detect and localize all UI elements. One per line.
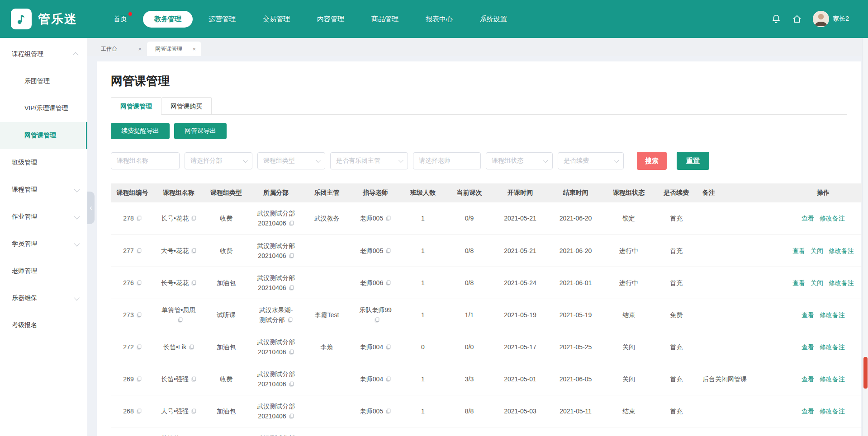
copy-icon[interactable] [189,215,196,222]
copy-icon[interactable] [134,279,142,286]
edit-remark-link[interactable]: 修改备注 [820,215,845,222]
edit-remark-link[interactable]: 修改备注 [820,375,845,383]
copy-icon[interactable] [189,279,196,286]
window-tab-网管课管理[interactable]: 网管课管理× [147,42,201,56]
copy-icon[interactable] [134,215,142,222]
copy-icon[interactable] [383,279,391,286]
copy-icon[interactable] [383,408,391,415]
copy-icon[interactable] [286,284,294,291]
filter-select-是否续费[interactable]: 是否续费 [558,152,624,169]
edit-remark-link[interactable]: 修改备注 [820,311,845,319]
copy-icon[interactable] [383,215,391,222]
close-link[interactable]: 关闭 [811,247,823,254]
copy-icon[interactable] [134,247,142,254]
copy-icon[interactable] [186,343,194,351]
copy-icon[interactable] [134,311,142,319]
view-link[interactable]: 查看 [792,279,805,286]
sidebar-item-班级管理[interactable]: 班级管理 [0,149,87,176]
copy-icon[interactable] [286,413,294,420]
view-link[interactable]: 查看 [802,311,814,319]
sidebar-item-网管课管理[interactable]: 网管课管理 [0,122,87,149]
nav-item-首页[interactable]: 首页 [102,11,138,28]
view-link[interactable]: 查看 [802,343,814,351]
cell-end-date: 2021-06-05 [547,363,604,395]
vertical-scrollbar[interactable] [862,38,868,436]
copy-icon[interactable] [286,220,294,227]
copy-icon[interactable] [285,316,293,323]
close-icon[interactable]: × [138,46,142,52]
copy-icon[interactable] [189,375,196,383]
sidebar-item-学员管理[interactable]: 学员管理 [0,230,87,258]
edit-remark-link[interactable]: 修改备注 [829,279,854,286]
copy-icon[interactable] [189,408,196,415]
sidebar-item-乐器维保[interactable]: 乐器维保 [0,285,87,312]
filter-select-请选择分部[interactable]: 请选择分部 [185,152,252,169]
copy-icon[interactable] [134,408,142,415]
copy-icon[interactable] [189,247,196,254]
copy-icon[interactable] [134,343,142,351]
filter-select-课程组类型[interactable]: 课程组类型 [257,152,325,169]
filter-select-课程组状态[interactable]: 课程组状态 [486,152,553,169]
sidebar-collapse-handle[interactable]: ‹ [87,192,95,224]
teacher-name: 老师004 [352,342,398,352]
tab-网管课管理[interactable]: 网管课管理 [111,97,161,115]
nav-item-内容管理[interactable]: 内容管理 [306,11,356,28]
nav-item-教务管理[interactable]: 教务管理 [143,11,193,28]
copy-icon[interactable] [383,343,391,351]
nav-item-报表中心[interactable]: 报表中心 [414,11,464,28]
cell-group-name: 大号•强强 [154,395,204,427]
nav-item-运营管理[interactable]: 运营管理 [197,11,247,28]
copy-icon[interactable] [286,252,294,259]
cell-remark [699,331,780,363]
sidebar-item-课程组管理[interactable]: 课程组管理 [0,41,87,68]
close-icon[interactable]: × [192,46,196,52]
nav-item-系统设置[interactable]: 系统设置 [469,11,518,28]
close-link[interactable]: 关闭 [811,279,823,286]
sidebar-item-老师管理[interactable]: 老师管理 [0,258,87,285]
tab-网管课购买[interactable]: 网管课购买 [161,97,212,115]
main-area: 课程组管理乐团管理VIP/乐理课管理网管课管理班级管理课程管理作业管理学员管理老… [0,38,868,436]
copy-icon[interactable] [286,348,294,356]
user-menu[interactable]: 家长2 [813,11,849,27]
cell-remark [699,395,780,427]
filter-input-课程组名称[interactable]: 课程组名称 [111,152,180,169]
reset-button[interactable]: 重置 [677,152,709,170]
export-button-网管课导出[interactable]: 网管课导出 [174,123,227,139]
sidebar-item-乐团管理[interactable]: 乐团管理 [0,68,87,95]
view-link[interactable]: 查看 [802,375,814,383]
sidebar-item-作业管理[interactable]: 作业管理 [0,203,87,230]
table-row: 273单簧管•思思试听课武汉水果湖-测试分部李霞Test乐队老师9911/120… [111,299,866,331]
copy-icon[interactable] [286,380,294,388]
export-button-续费提醒导出[interactable]: 续费提醒导出 [111,123,170,139]
avatar[interactable] [813,11,829,27]
search-button[interactable]: 搜索 [637,152,667,170]
view-link[interactable]: 查看 [802,408,814,415]
home-icon[interactable] [792,14,802,24]
window-tab-bar: 工作台×网管课管理× [87,38,868,56]
scrollbar-thumb[interactable] [863,357,868,389]
cell-group-name: 单簧管•思思 [154,299,204,331]
sidebar-item-考级报名[interactable]: 考级报名 [0,312,87,339]
cell-group-name: 长号•花花 [154,267,204,299]
copy-icon[interactable] [175,316,183,323]
edit-remark-link[interactable]: 修改备注 [820,408,845,415]
copy-icon[interactable] [372,316,379,323]
nav-item-交易管理[interactable]: 交易管理 [251,11,301,28]
notification-bell-icon[interactable] [771,14,781,24]
edit-remark-link[interactable]: 修改备注 [829,247,854,254]
column-header-是否续费: 是否续费 [654,183,699,202]
sidebar-item-课程管理[interactable]: 课程管理 [0,176,87,203]
edit-remark-link[interactable]: 修改备注 [820,343,845,351]
copy-icon[interactable] [134,375,142,383]
column-header-课程组状态: 课程组状态 [604,183,654,202]
nav-item-商品管理[interactable]: 商品管理 [360,11,410,28]
filter-input-请选择老师[interactable]: 请选择老师 [413,152,481,169]
table-row: 277大号•花花收费武汉测试分部20210406老师00510/82021-05… [111,234,866,267]
copy-icon[interactable] [383,375,391,383]
window-tab-工作台[interactable]: 工作台× [93,42,147,56]
view-link[interactable]: 查看 [792,247,805,254]
view-link[interactable]: 查看 [802,215,814,222]
sidebar-item-VIP/乐理课管理[interactable]: VIP/乐理课管理 [0,95,87,122]
filter-select-是否有乐团主管[interactable]: 是否有乐团主管 [330,152,408,169]
copy-icon[interactable] [383,247,391,254]
